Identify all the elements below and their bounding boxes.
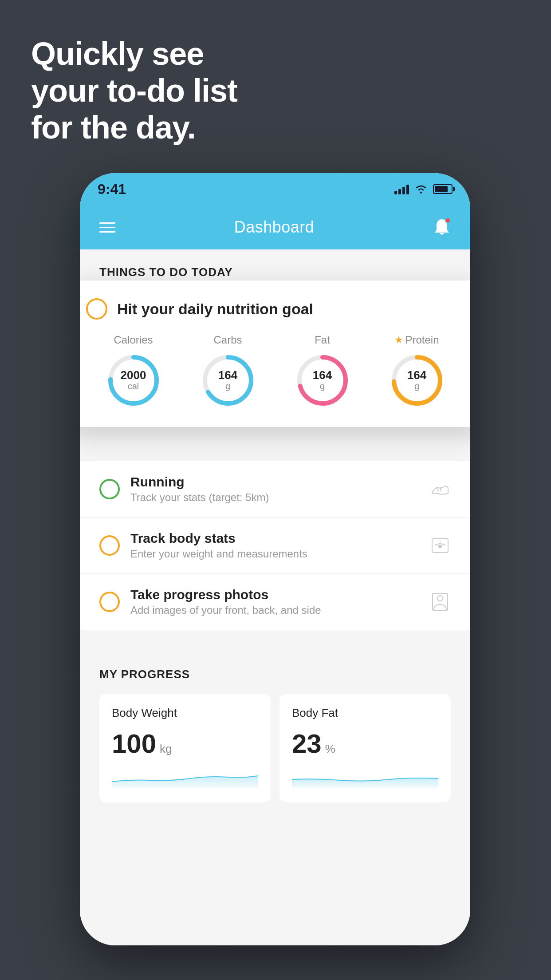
todo-circle-body-stats (99, 535, 120, 556)
hero-line3: for the day. (31, 109, 237, 146)
svg-point-0 (420, 192, 422, 194)
svg-point-13 (437, 596, 443, 601)
hero-line1: Quickly see (31, 36, 237, 72)
todo-circle-running (99, 479, 120, 499)
body-fat-title: Body Fat (292, 706, 438, 720)
protein-ring: 164 g (388, 352, 446, 409)
nutrition-carbs: Carbs 164 g (199, 334, 257, 409)
nutrition-card-header: Hit your daily nutrition goal (86, 298, 464, 320)
todo-subtitle-running: Track your stats (target: 5km) (130, 491, 429, 504)
person-icon (429, 591, 451, 612)
body-fat-unit: % (325, 742, 335, 756)
todo-title-body-stats: Track body stats (130, 531, 429, 546)
body-weight-value-row: 100 kg (112, 731, 258, 757)
svg-point-10 (439, 545, 441, 548)
progress-section-title: MY PROGRESS (99, 668, 451, 681)
calories-value: 2000 (121, 369, 146, 381)
protein-unit: g (407, 381, 426, 391)
fat-unit: g (313, 381, 332, 391)
todo-subtitle-body-stats: Enter your weight and measurements (130, 548, 429, 560)
nutrition-circles: Calories 2000 cal Carbs (86, 334, 464, 409)
nutrition-calories: Calories 2000 cal (105, 334, 162, 409)
status-icons (394, 184, 453, 194)
things-section-title: THINGS TO DO TODAY (99, 265, 233, 279)
body-weight-unit: kg (160, 742, 172, 756)
todo-item-photos[interactable]: Take progress photos Add images of your … (80, 574, 470, 630)
body-weight-title: Body Weight (112, 706, 258, 720)
carbs-unit: g (218, 381, 237, 391)
carbs-ring: 164 g (199, 352, 257, 409)
shoe-icon (429, 478, 451, 500)
todo-title-running: Running (130, 474, 429, 490)
phone-frame: 9:41 Dashboard (80, 173, 470, 945)
calories-label: Calories (114, 334, 153, 346)
nutrition-check-circle[interactable] (86, 298, 107, 320)
todo-item-body-stats[interactable]: Track body stats Enter your weight and m… (80, 518, 470, 574)
nav-bar: Dashboard (80, 205, 470, 249)
calories-ring: 2000 cal (105, 352, 162, 409)
todo-text-photos: Take progress photos Add images of your … (130, 587, 429, 616)
bell-icon[interactable] (433, 217, 451, 237)
fat-ring: 164 g (294, 352, 351, 409)
progress-section: MY PROGRESS Body Weight 100 kg (80, 648, 470, 822)
protein-value: 164 (407, 369, 426, 381)
todo-subtitle-photos: Add images of your front, back, and side (130, 604, 429, 616)
body-fat-value-row: 23 % (292, 731, 438, 757)
carbs-value: 164 (218, 369, 237, 381)
status-bar: 9:41 (80, 173, 470, 205)
todo-circle-photos (99, 592, 120, 612)
fat-value: 164 (313, 369, 332, 381)
body-fat-value: 23 (292, 731, 322, 757)
todo-item-running[interactable]: Running Track your stats (target: 5km) (80, 461, 470, 518)
wifi-icon (414, 184, 428, 194)
hamburger-menu[interactable] (99, 222, 115, 233)
todo-text-running: Running Track your stats (target: 5km) (130, 474, 429, 504)
nutrition-card: Hit your daily nutrition goal Calories 2… (80, 281, 470, 427)
carbs-label: Carbs (213, 334, 242, 346)
body-weight-chart (112, 766, 258, 788)
body-weight-card[interactable]: Body Weight 100 kg (99, 694, 271, 802)
progress-cards: Body Weight 100 kg (99, 694, 451, 802)
protein-label: ★ Protein (394, 334, 439, 346)
body-fat-card[interactable]: Body Fat 23 % (279, 694, 451, 802)
body-fat-chart (292, 766, 438, 788)
todo-list: Running Track your stats (target: 5km) T… (80, 461, 470, 630)
nutrition-protein: ★ Protein 164 g (388, 334, 446, 409)
todo-title-photos: Take progress photos (130, 587, 429, 602)
hero-text: Quickly see your to-do list for the day. (31, 36, 237, 146)
todo-text-body-stats: Track body stats Enter your weight and m… (130, 531, 429, 560)
scale-icon (429, 535, 451, 556)
nutrition-fat: Fat 164 g (294, 334, 351, 409)
star-icon: ★ (394, 334, 403, 346)
hero-line2: your to-do list (31, 72, 237, 109)
calories-unit: cal (121, 381, 146, 391)
notification-dot (445, 217, 451, 223)
nav-title: Dashboard (234, 218, 315, 237)
signal-icon (394, 184, 409, 194)
status-time: 9:41 (98, 181, 126, 198)
nutrition-card-title: Hit your daily nutrition goal (117, 300, 313, 318)
battery-icon (433, 184, 453, 194)
fat-label: Fat (315, 334, 330, 346)
body-weight-value: 100 (112, 731, 156, 757)
